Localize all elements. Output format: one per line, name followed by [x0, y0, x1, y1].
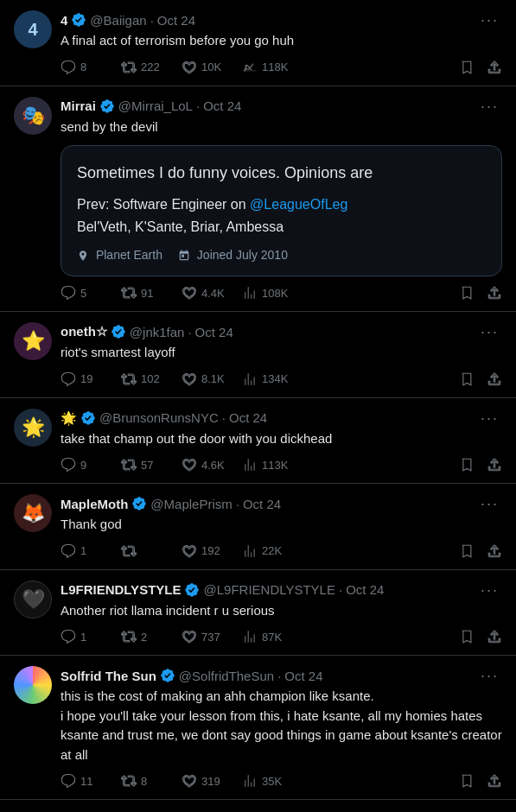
share-icon[interactable] [487, 773, 502, 789]
bookmark-icon[interactable] [459, 371, 475, 387]
more-options-button[interactable]: ··· [477, 666, 502, 685]
tweet-actions: 11 8 319 35K [61, 773, 502, 789]
reply-button[interactable]: 8 [61, 60, 121, 75]
views-button[interactable]: 118K [242, 60, 303, 75]
bookmark-icon[interactable] [459, 457, 475, 473]
bookmark-icon[interactable] [459, 285, 475, 301]
views-button[interactable]: 108K [242, 285, 303, 301]
display-name: oneth☆ [61, 324, 107, 339]
secondary-actions [459, 60, 502, 75]
bookmark-icon[interactable] [459, 773, 475, 789]
bookmark-icon[interactable] [459, 543, 475, 559]
retweet-button[interactable]: 2 [121, 629, 182, 644]
reply-icon [61, 773, 76, 789]
reply-button[interactable]: 5 [61, 285, 121, 301]
reply-button[interactable]: 1 [61, 629, 121, 644]
timestamp: Oct 24 [195, 325, 233, 339]
verified-icon [71, 12, 86, 28]
tweet-item: 🦊 MapleMoth @MaplePrism · Oct 24 ··· Tha… [0, 484, 516, 570]
views-button[interactable]: 87K [242, 629, 303, 644]
share-icon[interactable] [487, 457, 502, 473]
like-button[interactable]: 10K [182, 60, 242, 75]
share-icon[interactable] [487, 371, 502, 387]
views-icon [242, 285, 258, 301]
display-name: MapleMoth [61, 497, 128, 511]
more-options-button[interactable]: ··· [477, 580, 502, 599]
like-button[interactable]: 192 [182, 543, 242, 559]
reply-button[interactable]: 1 [61, 543, 121, 559]
views-button[interactable]: 22K [242, 543, 303, 559]
views-button[interactable]: 35K [242, 773, 303, 789]
views-button[interactable]: 113K [242, 457, 303, 473]
tweet-item: 4 4 @Baiigan · Oct 24 ··· A final act of… [0, 0, 516, 86]
retweet-button[interactable]: 91 [121, 285, 182, 301]
reply-button[interactable]: 9 [61, 457, 121, 473]
tweet-header: 🌟 @BrunsonRunsNYC · Oct 24 ··· [61, 409, 502, 428]
more-options-button[interactable]: ··· [477, 10, 502, 29]
tweet-body: oneth☆ @jnk1fan · Oct 24 ··· riot's smar… [61, 322, 502, 387]
bookmark-icon[interactable] [459, 629, 475, 644]
retweet-icon [121, 629, 137, 644]
retweet-button[interactable]: 222 [121, 60, 182, 75]
like-count: 10K [201, 60, 221, 73]
share-icon[interactable] [487, 629, 502, 644]
retweet-button[interactable]: 102 [121, 371, 182, 387]
avatar: 🌟 [14, 409, 52, 447]
more-options-button[interactable]: ··· [477, 97, 502, 116]
like-count: 4.6K [201, 459, 225, 472]
profile-card-media: Sometimes I do funny voices. Opinions ar… [61, 145, 502, 276]
like-icon [182, 285, 197, 301]
tweet-actions: 19 102 8.1K 134K [61, 371, 502, 387]
views-count: 134K [262, 372, 288, 385]
handle: @Mirrai_LoL [118, 98, 193, 113]
retweet-count: 57 [141, 459, 153, 472]
profile-card-row2: Bel'Veth, K'Sante, Briar, Ambessa [77, 217, 486, 238]
views-icon [242, 543, 258, 559]
avatar: 🦊 [14, 494, 52, 532]
profile-card-row1: Prev: Software Engineer on @LeagueOfLeg [77, 194, 486, 215]
share-icon[interactable] [487, 543, 502, 559]
timestamp: Oct 24 [346, 582, 384, 597]
display-name: Solfrid The Sun [61, 669, 156, 683]
tweet-actions: 8 222 10K 118K [61, 60, 502, 75]
reply-button[interactable]: 19 [61, 371, 121, 387]
reply-button[interactable]: 11 [61, 773, 121, 789]
like-button[interactable]: 4.4K [182, 285, 242, 301]
views-icon [242, 457, 258, 473]
tweet-item: 🌟 🌟 @BrunsonRunsNYC · Oct 24 ··· take th… [0, 398, 516, 485]
share-icon[interactable] [487, 60, 502, 75]
retweet-button[interactable]: 8 [121, 773, 182, 789]
retweet-button[interactable] [121, 543, 182, 559]
like-count: 319 [201, 775, 220, 788]
tweet-header: Solfrid The Sun @SolfridTheSun · Oct 24 … [61, 666, 502, 685]
more-options-button[interactable]: ··· [477, 409, 502, 428]
more-options-button[interactable]: ··· [477, 322, 502, 341]
views-icon [242, 371, 258, 387]
verified-icon [80, 410, 96, 426]
like-button[interactable]: 8.1K [182, 371, 242, 387]
profile-card-joined: Joined July 2010 [178, 248, 288, 262]
more-options-button[interactable]: ··· [477, 494, 502, 513]
secondary-actions [459, 543, 502, 559]
like-button[interactable]: 319 [182, 773, 242, 789]
handle: @jnk1fan [130, 325, 185, 339]
share-icon[interactable] [487, 285, 502, 301]
tweet-body: Solfrid The Sun @SolfridTheSun · Oct 24 … [61, 666, 502, 789]
tweet-text: this is the cost of making an ahh champi… [61, 687, 502, 764]
like-button[interactable]: 737 [182, 629, 242, 644]
retweet-button[interactable]: 57 [121, 457, 182, 473]
handle: @L9FRIENDLYSTYLE [203, 582, 335, 597]
tweet-item: 🎭 Mirrai @Mirrai_LoL · Oct 24 ··· send b… [0, 86, 516, 313]
bookmark-icon[interactable] [459, 60, 475, 75]
reply-count: 5 [80, 287, 86, 300]
tweet-header-left: 4 @Baiigan · Oct 24 [61, 12, 195, 28]
timestamp: Oct 24 [243, 497, 281, 511]
views-count: 113K [262, 459, 288, 472]
handle: @BrunsonRunsNYC [99, 410, 219, 425]
secondary-actions [459, 285, 502, 301]
tweet-header-left: Solfrid The Sun @SolfridTheSun · Oct 24 [61, 668, 322, 683]
views-button[interactable]: 134K [242, 371, 303, 387]
secondary-actions [459, 371, 502, 387]
retweet-icon [121, 543, 137, 559]
like-button[interactable]: 4.6K [182, 457, 242, 473]
